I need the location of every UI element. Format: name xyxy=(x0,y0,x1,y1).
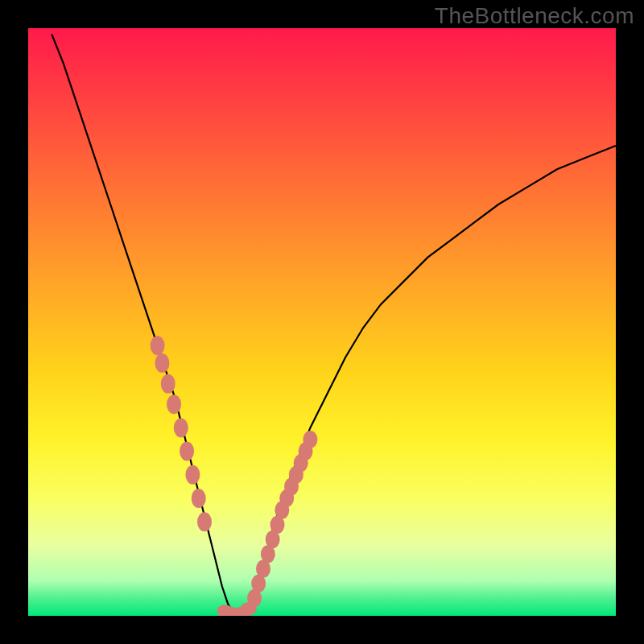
data-bead xyxy=(185,465,200,485)
data-bead xyxy=(197,512,212,531)
bottleneck-curve-chart xyxy=(28,28,616,616)
chart-frame: TheBottleneck.com xyxy=(0,0,644,644)
data-bead xyxy=(180,442,194,461)
watermark-text: TheBottleneck.com xyxy=(435,3,634,29)
data-bead xyxy=(151,336,165,355)
data-bead xyxy=(161,374,175,394)
plot-area xyxy=(28,28,616,616)
data-bead xyxy=(303,431,317,448)
gradient-background xyxy=(28,28,616,616)
data-bead xyxy=(155,353,169,373)
data-bead xyxy=(192,489,206,508)
data-bead xyxy=(241,602,257,615)
data-bead xyxy=(167,394,181,414)
data-bead xyxy=(174,418,188,437)
